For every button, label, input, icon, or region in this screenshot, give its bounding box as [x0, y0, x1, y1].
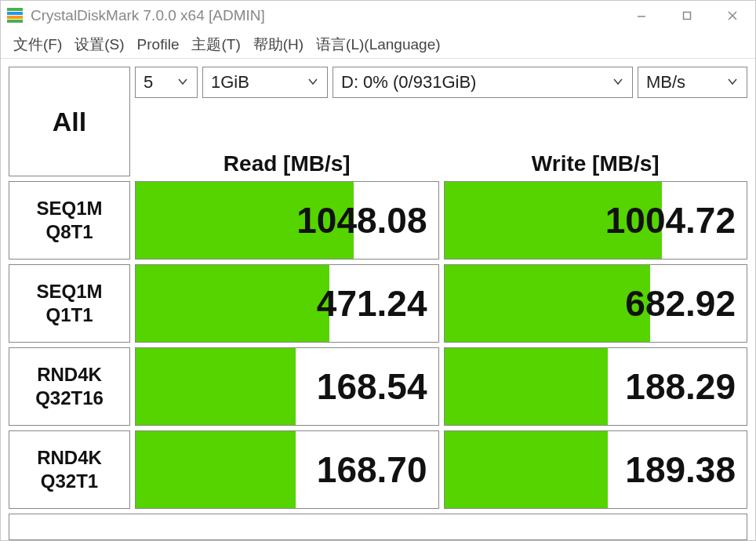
result-read-2: 168.54	[135, 347, 439, 426]
chevron-down-icon	[307, 72, 319, 93]
result-value: 1048.08	[296, 199, 427, 241]
status-bar	[9, 514, 747, 540]
run-rnd4k-q32t16-button[interactable]: RND4K Q32T16	[9, 347, 130, 426]
result-read-1: 471.24	[135, 264, 439, 343]
result-read-3: 168.70	[135, 430, 439, 509]
window-title: CrystalDiskMark 7.0.0 x64 [ADMIN]	[31, 7, 619, 24]
result-value: 471.24	[317, 282, 427, 325]
drive-select[interactable]: D: 0% (0/931GiB)	[333, 67, 633, 98]
app-icon	[7, 8, 23, 24]
result-write-1: 682.92	[444, 264, 748, 343]
run-all-button[interactable]: All	[9, 67, 130, 176]
row-label-line1: RND4K	[37, 446, 102, 470]
test-size-value: 1GiB	[211, 72, 249, 93]
chevron-down-icon	[176, 72, 189, 93]
run-rnd4k-q32t1-button[interactable]: RND4K Q32T1	[9, 430, 130, 509]
header-read-cell: Read [MB/s]	[135, 103, 439, 176]
header-write-cell: Write [MB/s]	[444, 103, 748, 176]
result-bar	[136, 431, 296, 508]
row-label-line2: Q8T1	[45, 220, 93, 244]
run-all-label: All	[53, 107, 86, 137]
header-write: Write [MB/s]	[532, 151, 660, 176]
unit-value: MB/s	[646, 72, 685, 93]
unit-select[interactable]: MB/s	[638, 67, 747, 98]
maximize-icon	[682, 11, 692, 20]
result-write-0: 1004.72	[444, 181, 748, 260]
result-write-2: 188.29	[444, 347, 748, 426]
menu-settings[interactable]: 设置(S)	[70, 33, 129, 56]
window-controls	[619, 1, 755, 31]
run-seq1m-q1t1-button[interactable]: SEQ1M Q1T1	[9, 264, 130, 343]
menu-help[interactable]: 帮助(H)	[249, 33, 308, 56]
chevron-down-icon	[612, 72, 624, 93]
result-write-3: 189.38	[444, 430, 748, 509]
close-icon	[727, 10, 738, 21]
app-window: CrystalDiskMark 7.0.0 x64 [ADMIN] 文件(F) …	[0, 0, 756, 541]
row-label-line1: SEQ1M	[36, 280, 102, 303]
header-read: Read [MB/s]	[224, 151, 351, 176]
row-label-line2: Q32T16	[35, 387, 104, 410]
minimize-button[interactable]	[619, 1, 664, 31]
results-grid: All Read [MB/s] Write [MB/s] SEQ1M Q8T1 …	[9, 103, 747, 540]
test-count-select[interactable]: 5	[135, 67, 198, 98]
result-read-0: 1048.08	[135, 181, 439, 260]
row-label-line1: RND4K	[37, 363, 102, 387]
result-value: 682.92	[625, 282, 736, 325]
result-bar	[136, 348, 296, 425]
row-label-line2: Q32T1	[41, 470, 98, 493]
result-bar	[445, 265, 650, 342]
result-value: 168.54	[317, 365, 427, 408]
minimize-icon	[636, 10, 647, 21]
result-value: 189.38	[625, 448, 736, 491]
chevron-down-icon	[726, 72, 739, 93]
result-value: 188.29	[625, 365, 736, 408]
result-value: 168.70	[317, 448, 427, 491]
menu-theme[interactable]: 主题(T)	[187, 33, 245, 56]
close-button[interactable]	[710, 1, 755, 31]
menu-file[interactable]: 文件(F)	[9, 33, 67, 56]
result-bar	[136, 265, 329, 342]
titlebar: CrystalDiskMark 7.0.0 x64 [ADMIN]	[1, 1, 755, 31]
test-count-value: 5	[144, 72, 153, 93]
menu-profile[interactable]: Profile	[133, 34, 184, 55]
menubar: 文件(F) 设置(S) Profile 主题(T) 帮助(H) 语言(L)(La…	[1, 31, 755, 59]
result-bar	[445, 348, 608, 425]
run-seq1m-q8t1-button[interactable]: SEQ1M Q8T1	[9, 181, 130, 260]
content-area: 5 1GiB D: 0% (0/931GiB) MB/s All Read [M…	[1, 59, 755, 540]
svg-rect-1	[684, 13, 691, 20]
result-bar	[445, 431, 608, 508]
result-value: 1004.72	[605, 199, 736, 241]
menu-language[interactable]: 语言(L)(Language)	[311, 33, 445, 56]
maximize-button[interactable]	[664, 1, 710, 31]
drive-value: D: 0% (0/931GiB)	[341, 72, 476, 93]
row-label-line1: SEQ1M	[36, 197, 102, 220]
test-size-select[interactable]: 1GiB	[202, 67, 328, 98]
row-label-line2: Q1T1	[45, 303, 93, 327]
